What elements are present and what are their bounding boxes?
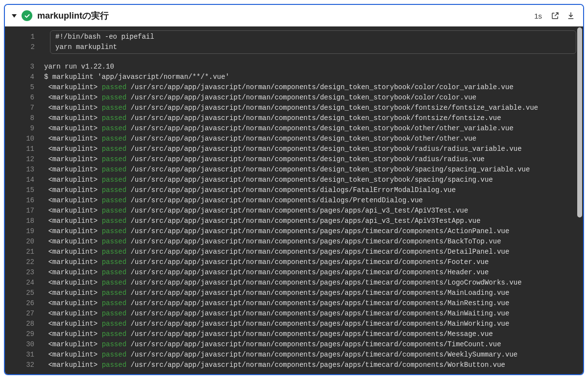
file-path: /usr/src/app/app/javascript/norman/compo… [130,216,480,226]
line-number: 4 [5,72,44,82]
line-number: 12 [5,154,44,165]
lint-result-line: 9 <markuplint> passed /usr/src/app/app/j… [5,123,583,134]
tool-tag: <markuplint> [48,257,98,267]
line-number: 16 [5,195,44,206]
file-path: /usr/src/app/app/javascript/norman/compo… [130,360,505,370]
step-panel: markuplintの実行 1s 1#!/bin/bash -eo pipefa… [4,4,584,375]
file-path: /usr/src/app/app/javascript/norman/compo… [130,339,501,350]
lint-result-line: 11 <markuplint> passed /usr/src/app/app/… [5,144,583,154]
tool-tag: <markuplint> [48,216,98,226]
tool-tag: <markuplint> [48,93,98,103]
output-line: 4$ markuplint 'app/javascript/norman/**/… [5,72,583,82]
line-number: 27 [5,309,44,319]
line-number: 6 [5,93,44,103]
lint-result-line: 17 <markuplint> passed /usr/src/app/app/… [5,206,583,216]
file-path: /usr/src/app/app/javascript/norman/compo… [130,175,492,185]
file-path: /usr/src/app/app/javascript/norman/compo… [130,319,509,329]
status-passed: passed [102,360,126,370]
command-text: #!/bin/bash -eo pipefail [55,32,154,42]
code-area: 1#!/bin/bash -eo pipefail2yarn markuplin… [5,26,583,373]
status-passed: passed [102,185,126,195]
lint-result-line: 30 <markuplint> passed /usr/src/app/app/… [5,339,583,350]
file-path: /usr/src/app/app/javascript/norman/compo… [130,257,489,267]
line-number: 15 [5,185,44,195]
lint-result-line: 28 <markuplint> passed /usr/src/app/app/… [5,319,583,329]
line-number: 1 [5,32,45,42]
file-path: /usr/src/app/app/javascript/norman/compo… [130,298,509,309]
file-path: /usr/src/app/app/javascript/norman/compo… [130,165,530,175]
file-path: /usr/src/app/app/javascript/norman/compo… [130,185,456,195]
line-number: 26 [5,298,44,309]
lint-result-line: 6 <markuplint> passed /usr/src/app/app/j… [5,93,583,103]
file-path: /usr/src/app/app/javascript/norman/compo… [130,247,509,257]
lint-result-line: 13 <markuplint> passed /usr/src/app/app/… [5,165,583,175]
file-path: /usr/src/app/app/javascript/norman/compo… [130,195,423,206]
status-passed: passed [102,175,126,185]
status-passed: passed [102,339,126,350]
step-header[interactable]: markuplintの実行 1s [5,5,583,26]
terminal-output: 1#!/bin/bash -eo pipefail2yarn markuplin… [5,26,583,374]
status-passed: passed [102,237,126,247]
status-passed: passed [102,134,126,144]
tool-tag: <markuplint> [48,82,98,93]
lint-result-line: 12 <markuplint> passed /usr/src/app/app/… [5,154,583,165]
line-number: 2 [5,42,45,52]
status-passed: passed [102,267,126,278]
tool-tag: <markuplint> [48,247,98,257]
tool-tag: <markuplint> [48,288,98,298]
line-number: 19 [5,226,44,237]
file-path: /usr/src/app/app/javascript/norman/compo… [130,123,513,134]
scrollbar[interactable] [577,27,582,373]
open-external-icon[interactable] [550,10,561,21]
line-number: 14 [5,175,44,185]
tool-tag: <markuplint> [48,185,98,195]
line-number: 11 [5,144,44,154]
command-box: 1#!/bin/bash -eo pipefail2yarn markuplin… [50,30,576,54]
tool-tag: <markuplint> [48,319,98,329]
lint-result-line: 19 <markuplint> passed /usr/src/app/app/… [5,226,583,237]
status-passed: passed [102,257,126,267]
line-number: 10 [5,134,44,144]
line-number: 13 [5,165,44,175]
status-passed: passed [102,216,126,226]
line-number: 21 [5,247,44,257]
output-line: 3yarn run v1.22.10 [5,62,583,72]
tool-tag: <markuplint> [48,134,98,144]
file-path: /usr/src/app/app/javascript/norman/compo… [130,144,521,154]
tool-tag: <markuplint> [48,123,98,134]
file-path: /usr/src/app/app/javascript/norman/compo… [130,329,492,339]
file-path: /usr/src/app/app/javascript/norman/compo… [130,93,476,103]
lint-result-line: 15 <markuplint> passed /usr/src/app/app/… [5,185,583,195]
step-title: markuplintの実行 [37,10,529,22]
tool-tag: <markuplint> [48,175,98,185]
lint-result-line: 5 <markuplint> passed /usr/src/app/app/j… [5,82,583,93]
status-passed: passed [102,93,126,103]
file-path: /usr/src/app/app/javascript/norman/compo… [130,278,521,288]
line-number: 17 [5,206,44,216]
file-path: /usr/src/app/app/javascript/norman/compo… [130,103,538,113]
collapse-caret-icon[interactable] [12,14,17,18]
command-line: 2yarn markuplint [50,42,576,52]
status-passed: passed [102,309,126,319]
tool-tag: <markuplint> [48,113,98,123]
file-path: /usr/src/app/app/javascript/norman/compo… [130,237,501,247]
status-passed: passed [102,206,126,216]
file-path: /usr/src/app/app/javascript/norman/compo… [130,82,513,93]
tool-tag: <markuplint> [48,195,98,206]
scrollbar-thumb[interactable] [577,27,582,217]
command-text: yarn markuplint [55,42,117,52]
file-path: /usr/src/app/app/javascript/norman/compo… [130,154,485,165]
file-path: /usr/src/app/app/javascript/norman/compo… [130,288,509,298]
status-passed: passed [102,298,126,309]
lint-result-line: 21 <markuplint> passed /usr/src/app/app/… [5,247,583,257]
download-icon[interactable] [565,10,576,21]
lint-result-line: 14 <markuplint> passed /usr/src/app/app/… [5,175,583,185]
line-number: 7 [5,103,44,113]
status-passed: passed [102,319,126,329]
lint-result-line: 29 <markuplint> passed /usr/src/app/app/… [5,329,583,339]
file-path: /usr/src/app/app/javascript/norman/compo… [130,134,476,144]
status-success-icon [22,10,32,21]
status-passed: passed [102,103,126,113]
output-text: yarn run v1.22.10 [44,62,114,72]
line-number: 29 [5,329,44,339]
